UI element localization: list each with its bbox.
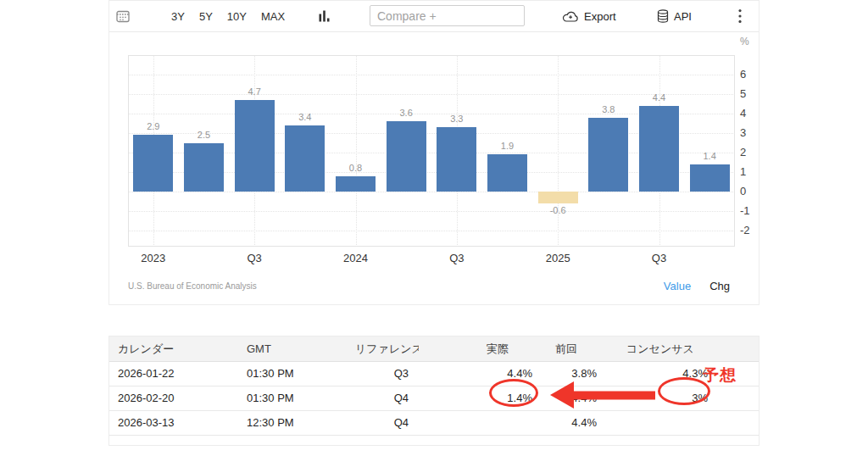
table-footer-spacer bbox=[109, 436, 759, 445]
bar-0[interactable] bbox=[133, 135, 173, 192]
chart-source: U.S. Bureau of Economic Analysis bbox=[128, 281, 257, 291]
table-cell-1-2: Q4 bbox=[355, 386, 419, 410]
y-axis-label-1: 1 bbox=[740, 164, 746, 180]
bar-5[interactable] bbox=[387, 121, 426, 192]
bar-value-label-9: 3.8 bbox=[583, 104, 634, 114]
bar-value-label-1: 2.5 bbox=[179, 130, 230, 140]
gridline-y--1 bbox=[128, 211, 735, 212]
chart-panel: 3Y 5Y 10Y MAX bbox=[108, 0, 760, 305]
bar-10[interactable] bbox=[639, 106, 679, 192]
column-header-1: GMT bbox=[247, 336, 355, 361]
column-header-3: 実際 bbox=[419, 336, 532, 361]
y-axis-label-6: 6 bbox=[740, 67, 746, 82]
table-cell-1-1: 01:30 PM bbox=[247, 386, 355, 410]
column-header-4: 前回 bbox=[532, 336, 597, 361]
gridline-x-2025-4 bbox=[558, 55, 559, 247]
column-header-0: カレンダー bbox=[109, 336, 247, 361]
table-cell-0-1: 01:30 PM bbox=[247, 362, 355, 386]
bar-6[interactable] bbox=[437, 127, 476, 192]
table-cell-0-0: 2026-01-22 bbox=[109, 362, 247, 386]
bar-value-label-7: 1.9 bbox=[482, 141, 533, 151]
bar-value-label-10: 4.4 bbox=[634, 92, 685, 103]
y-axis-label--1: -1 bbox=[740, 203, 750, 219]
table-cell-2-1: 12:30 PM bbox=[247, 411, 355, 435]
chart-legend: Value Chg bbox=[664, 280, 730, 292]
legend-value-toggle[interactable]: Value bbox=[664, 280, 691, 292]
y-axis-unit: % bbox=[740, 36, 749, 47]
annotation-arrow bbox=[547, 380, 659, 414]
bar-2[interactable] bbox=[235, 100, 275, 192]
table-cell-2-3 bbox=[419, 411, 532, 435]
x-axis-label-5: Q3 bbox=[630, 252, 689, 264]
bar-value-label-11: 1.4 bbox=[684, 151, 735, 161]
x-axis-label-0: 2023 bbox=[124, 252, 183, 264]
column-header-2: リファレンス bbox=[355, 336, 419, 361]
bar-value-label-6: 3.3 bbox=[431, 114, 482, 124]
y-axis-label-5: 5 bbox=[740, 86, 746, 102]
y-axis-label-4: 4 bbox=[740, 106, 746, 121]
bar-4[interactable] bbox=[336, 176, 376, 192]
bar-9[interactable] bbox=[588, 118, 628, 192]
y-axis-label-0: 0 bbox=[740, 184, 746, 199]
bar-value-label-2: 4.7 bbox=[229, 86, 280, 97]
gridline-x-2024-2 bbox=[356, 55, 357, 247]
bar-7[interactable] bbox=[487, 154, 527, 192]
table-cell-2-2: Q4 bbox=[355, 411, 419, 435]
annotation-label: 予想 bbox=[703, 364, 737, 386]
y-axis-label-2: 2 bbox=[740, 145, 746, 160]
bar-3[interactable] bbox=[285, 125, 325, 192]
bar-value-label-4: 0.8 bbox=[331, 163, 381, 173]
page: 3Y 5Y 10Y MAX bbox=[0, 0, 868, 456]
y-axis-label--2: -2 bbox=[740, 223, 750, 238]
bar-value-label-5: 3.6 bbox=[381, 108, 431, 118]
table-row-2[interactable]: 2026-03-1312:30 PMQ44.4% bbox=[109, 411, 759, 436]
bar-value-label-0: 2.9 bbox=[128, 121, 179, 131]
y-axis-label-3: 3 bbox=[740, 125, 746, 141]
table-cell-2-4: 4.4% bbox=[532, 411, 597, 435]
actual-highlight-circle bbox=[489, 379, 538, 407]
gdp-bar-chart: 6543210-1-2%2023Q32024Q32025Q32.92.54.73… bbox=[109, 1, 760, 306]
legend-chg-toggle[interactable]: Chg bbox=[709, 280, 730, 292]
x-axis-label-2: 2024 bbox=[326, 252, 386, 264]
table-cell-2-5 bbox=[597, 411, 708, 435]
table-cell-2-0: 2026-03-13 bbox=[109, 411, 247, 435]
x-axis-label-4: 2025 bbox=[528, 252, 587, 264]
column-header-5: コンセンサス bbox=[597, 336, 708, 361]
x-axis-label-1: Q3 bbox=[225, 252, 284, 264]
table-cell-1-0: 2026-02-20 bbox=[109, 386, 247, 410]
table-header-row: カレンダーGMTリファレンス実際前回コンセンサス bbox=[109, 336, 759, 362]
bar-value-label-3: 3.4 bbox=[280, 112, 331, 122]
x-axis-label-3: Q3 bbox=[427, 252, 487, 264]
gridline-y--2 bbox=[128, 231, 735, 231]
table-cell-0-2: Q3 bbox=[355, 362, 419, 386]
bar-11[interactable] bbox=[690, 164, 730, 192]
bar-1[interactable] bbox=[184, 143, 224, 192]
bar-value-label-8: -0.6 bbox=[532, 205, 583, 215]
bar-8[interactable] bbox=[538, 192, 578, 203]
gridline-y-6 bbox=[128, 75, 735, 75]
gridline-y-0 bbox=[128, 192, 735, 192]
